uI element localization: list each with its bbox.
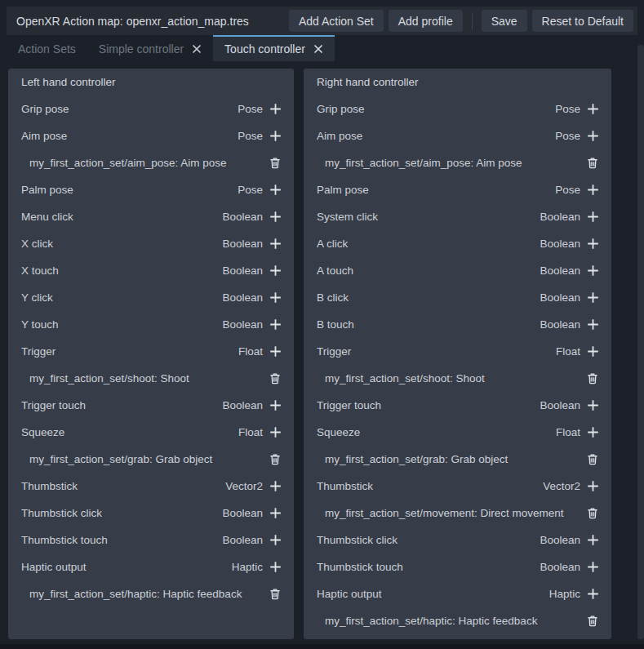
add-binding-button[interactable] — [580, 98, 605, 121]
close-icon[interactable] — [192, 44, 202, 54]
add-binding-button[interactable] — [263, 125, 287, 148]
input-type: Float — [238, 426, 263, 438]
plus-icon — [269, 291, 282, 304]
input-row: Thumbstick click Boolean — [304, 527, 611, 553]
input-row: Y click Boolean — [8, 284, 294, 311]
plus-icon — [269, 264, 282, 277]
add-binding-button[interactable] — [580, 475, 605, 498]
close-icon[interactable] — [313, 44, 323, 54]
add-binding-button[interactable] — [580, 556, 605, 579]
input-row: Squeeze Float — [304, 419, 611, 446]
delete-binding-button[interactable] — [580, 610, 605, 633]
add-binding-button[interactable] — [263, 179, 287, 202]
add-binding-button[interactable] — [263, 475, 287, 498]
input-type: Pose — [238, 103, 263, 115]
plus-icon — [587, 588, 599, 600]
plus-icon — [269, 238, 282, 250]
add-binding-button[interactable] — [580, 340, 605, 363]
add-binding-button[interactable] — [263, 287, 287, 309]
trash-icon — [587, 157, 598, 169]
input-label: Menu click — [21, 211, 222, 223]
add-binding-button[interactable] — [580, 260, 605, 282]
plus-icon — [587, 561, 599, 573]
add-binding-button[interactable] — [263, 394, 287, 417]
add-binding-button[interactable] — [263, 556, 287, 579]
input-label: Thumbstick touch — [21, 534, 222, 546]
input-type: Haptic — [549, 588, 580, 600]
add-profile-button[interactable]: Add profile — [389, 10, 463, 32]
add-binding-button[interactable] — [580, 233, 605, 256]
add-binding-button[interactable] — [580, 421, 605, 444]
plus-icon — [587, 130, 599, 142]
input-type: Boolean — [222, 238, 263, 250]
input-type: Boolean — [540, 264, 580, 277]
input-row: Thumbstick touch Boolean — [8, 527, 294, 553]
input-row: Trigger Float — [304, 338, 611, 365]
vertical-scrollbar[interactable] — [637, 45, 644, 639]
tab-action-sets[interactable]: Action Sets — [7, 35, 87, 61]
add-binding-button[interactable] — [580, 125, 605, 148]
delete-binding-button[interactable] — [263, 152, 287, 175]
add-binding-button[interactable] — [580, 313, 605, 336]
plus-icon — [587, 264, 599, 277]
delete-binding-button[interactable] — [580, 502, 605, 525]
add-binding-button[interactable] — [263, 233, 287, 256]
input-row: Haptic output Haptic — [304, 580, 611, 607]
input-row: Haptic output Haptic — [8, 553, 294, 580]
add-binding-button[interactable] — [580, 179, 605, 202]
input-row: Thumbstick touch Boolean — [304, 553, 611, 580]
binding-label: my_first_action_set/grab: Grab object — [325, 453, 580, 465]
save-button[interactable]: Save — [482, 10, 527, 32]
plus-icon — [587, 291, 599, 304]
add-binding-button[interactable] — [580, 529, 605, 552]
add-binding-button[interactable] — [580, 583, 605, 606]
input-label: Squeeze — [317, 426, 556, 438]
binding-row: my_first_action_set/shoot: Shoot — [304, 365, 611, 392]
input-row: Aim pose Pose — [304, 122, 611, 149]
input-label: X click — [21, 238, 222, 250]
tab-simple-controller[interactable]: Simple controller — [87, 35, 213, 61]
delete-binding-button[interactable] — [580, 367, 605, 390]
plus-icon — [269, 103, 282, 115]
add-binding-button[interactable] — [263, 421, 287, 444]
add-binding-button[interactable] — [263, 340, 287, 363]
binding-label: my_first_action_set/aim_pose: Aim pose — [29, 157, 263, 169]
input-row: Grip pose Pose — [304, 96, 611, 122]
delete-binding-button[interactable] — [580, 152, 605, 175]
input-type: Pose — [238, 130, 263, 142]
input-label: Y click — [21, 291, 222, 304]
plus-icon — [269, 534, 282, 546]
binding-label: my_first_action_set/shoot: Shoot — [325, 372, 580, 385]
input-type: Float — [556, 345, 580, 358]
add-binding-button[interactable] — [580, 287, 605, 309]
input-label: System click — [317, 211, 540, 223]
input-row: Trigger touch Boolean — [8, 392, 294, 419]
input-type: Pose — [555, 103, 580, 115]
input-row: Aim pose Pose — [8, 122, 294, 149]
input-row: Menu click Boolean — [8, 203, 294, 230]
binding-row: my_first_action_set/shoot: Shoot — [8, 365, 294, 392]
add-binding-button[interactable] — [580, 206, 605, 229]
add-binding-button[interactable] — [580, 394, 605, 417]
add-binding-button[interactable] — [263, 98, 287, 121]
delete-binding-button[interactable] — [263, 367, 287, 390]
input-label: A touch — [317, 264, 540, 277]
delete-binding-button[interactable] — [263, 448, 287, 471]
add-binding-button[interactable] — [263, 529, 287, 552]
add-action-set-button[interactable]: Add Action Set — [289, 10, 384, 32]
delete-binding-button[interactable] — [263, 583, 287, 606]
input-label: Trigger touch — [317, 399, 540, 411]
delete-binding-button[interactable] — [580, 448, 605, 471]
input-label: Y touch — [21, 318, 222, 331]
binding-row: my_first_action_set/haptic: Haptic feedb… — [8, 580, 294, 607]
input-label: Thumbstick touch — [317, 561, 540, 573]
input-label: Haptic output — [21, 561, 232, 573]
add-binding-button[interactable] — [263, 502, 287, 525]
add-binding-button[interactable] — [263, 260, 287, 282]
reset-to-default-button[interactable]: Reset to Default — [532, 10, 633, 32]
plus-icon — [269, 561, 282, 573]
add-binding-button[interactable] — [263, 313, 287, 336]
add-binding-button[interactable] — [263, 206, 287, 229]
binding-label: my_first_action_set/movement: Direct mov… — [325, 507, 580, 519]
tab-touch-controller[interactable]: Touch controller — [213, 35, 335, 61]
